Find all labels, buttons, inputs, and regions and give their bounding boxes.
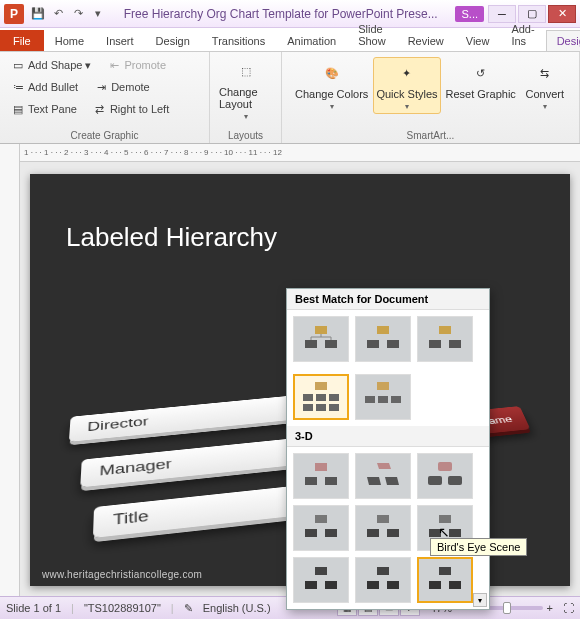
- app-icon: P: [4, 4, 24, 24]
- style-thumb[interactable]: [417, 453, 473, 499]
- vertical-ruler: [0, 144, 20, 596]
- zoom-in-button[interactable]: +: [547, 602, 553, 614]
- add-shape-icon: ▭: [11, 58, 25, 72]
- svg-rect-22: [325, 477, 337, 485]
- svg-rect-33: [367, 529, 379, 537]
- language-indicator[interactable]: English (U.S.): [203, 602, 271, 614]
- group-smartart-styles: 🎨Change Colors▾ ✦Quick Styles▾ ↺Reset Gr…: [282, 52, 580, 143]
- svg-rect-36: [429, 529, 441, 537]
- svg-rect-2: [325, 340, 337, 348]
- tab-insert[interactable]: Insert: [95, 30, 145, 51]
- slide-title-text[interactable]: Labeled Hierarchy: [66, 222, 277, 253]
- demote-button[interactable]: ⇥Demote: [89, 77, 155, 97]
- svg-rect-41: [377, 567, 389, 575]
- reset-graphic-button[interactable]: ↺Reset Graphic: [443, 57, 519, 114]
- tab-design[interactable]: Design: [145, 30, 201, 51]
- horizontal-ruler: 1 · · · 1 · · · 2 · · · 3 · · · 4 · · · …: [20, 144, 580, 162]
- style-thumb[interactable]: [293, 453, 349, 499]
- save-icon[interactable]: 💾: [30, 6, 46, 22]
- demote-icon: ⇥: [94, 80, 108, 94]
- svg-rect-20: [315, 463, 327, 471]
- group-label: Layouts: [228, 130, 263, 141]
- watermark: www.heritagechristiancollege.com: [42, 569, 202, 580]
- window-title: Free Hierarchy Org Chart Template for Po…: [106, 7, 455, 21]
- svg-rect-27: [428, 476, 442, 485]
- svg-rect-26: [438, 462, 452, 471]
- convert-icon: ⇆: [530, 60, 560, 86]
- reset-icon: ↺: [466, 60, 496, 86]
- user-badge[interactable]: S...: [455, 6, 484, 22]
- add-bullet-button[interactable]: ≔Add Bullet: [6, 77, 83, 97]
- style-thumb-hover[interactable]: [417, 557, 473, 603]
- svg-rect-40: [325, 581, 337, 589]
- tab-slideshow[interactable]: Slide Show: [347, 18, 397, 51]
- group-layouts: ⬚ Change Layout▾ Layouts: [210, 52, 282, 143]
- svg-rect-39: [305, 581, 317, 589]
- svg-rect-30: [305, 529, 317, 537]
- tab-addins[interactable]: Add-Ins: [500, 18, 545, 51]
- convert-button[interactable]: ⇆Convert▾: [521, 57, 569, 114]
- zoom-handle[interactable]: [503, 602, 511, 614]
- svg-rect-44: [439, 567, 451, 575]
- tab-file[interactable]: File: [0, 30, 44, 51]
- svg-rect-5: [387, 340, 399, 348]
- style-thumb[interactable]: [293, 505, 349, 551]
- tab-animation[interactable]: Animation: [276, 30, 347, 51]
- style-thumb[interactable]: [355, 316, 411, 362]
- colors-icon: 🎨: [317, 60, 347, 86]
- promote-button[interactable]: ⇤Promote: [102, 55, 171, 75]
- style-thumb[interactable]: [355, 557, 411, 603]
- svg-rect-37: [449, 529, 461, 537]
- svg-rect-21: [305, 477, 317, 485]
- gallery-scroll-down-icon[interactable]: ▾: [473, 593, 487, 607]
- tab-smartart-design[interactable]: Design: [546, 30, 580, 51]
- style-thumb[interactable]: [293, 557, 349, 603]
- svg-rect-6: [439, 326, 451, 334]
- spellcheck-icon[interactable]: ✎: [184, 602, 193, 615]
- svg-rect-32: [377, 515, 389, 523]
- change-layout-button[interactable]: ⬚ Change Layout▾: [216, 55, 275, 124]
- svg-rect-43: [387, 581, 399, 589]
- bullet-icon: ≔: [11, 80, 25, 94]
- style-thumb-selected[interactable]: [293, 374, 349, 420]
- style-thumb[interactable]: [355, 505, 411, 551]
- add-shape-button[interactable]: ▭Add Shape ▾: [6, 55, 96, 75]
- svg-rect-8: [449, 340, 461, 348]
- svg-rect-34: [387, 529, 399, 537]
- svg-marker-23: [377, 463, 391, 469]
- svg-rect-42: [367, 581, 379, 589]
- quick-access-toolbar: 💾 ↶ ↷ ▾: [30, 6, 106, 22]
- tab-view[interactable]: View: [455, 30, 501, 51]
- text-pane-button[interactable]: ▤Text Pane: [6, 99, 82, 119]
- tab-transitions[interactable]: Transitions: [201, 30, 276, 51]
- style-thumb[interactable]: [417, 316, 473, 362]
- gallery-section-header: Best Match for Document: [287, 289, 489, 310]
- svg-rect-3: [377, 326, 389, 334]
- style-thumb[interactable]: [355, 374, 411, 420]
- svg-marker-24: [367, 477, 381, 485]
- svg-rect-12: [329, 394, 339, 401]
- tab-review[interactable]: Review: [397, 30, 455, 51]
- svg-rect-7: [429, 340, 441, 348]
- group-create-graphic: ▭Add Shape ▾ ⇤Promote ≔Add Bullet ⇥Demot…: [0, 52, 210, 143]
- ribbon: ▭Add Shape ▾ ⇤Promote ≔Add Bullet ⇥Demot…: [0, 52, 580, 144]
- svg-rect-31: [325, 529, 337, 537]
- style-thumb[interactable]: [355, 453, 411, 499]
- rtl-button[interactable]: ⇄Right to Left: [88, 99, 174, 119]
- svg-rect-35: [439, 515, 451, 523]
- svg-rect-45: [429, 581, 441, 589]
- style-thumb[interactable]: [293, 316, 349, 362]
- gallery-section-header: 3-D: [287, 426, 489, 447]
- svg-rect-18: [378, 396, 388, 403]
- titlebar: P 💾 ↶ ↷ ▾ Free Hierarchy Org Chart Templ…: [0, 0, 580, 28]
- qat-more-icon[interactable]: ▾: [90, 6, 106, 22]
- undo-icon[interactable]: ↶: [50, 6, 66, 22]
- fit-to-window-button[interactable]: ⛶: [563, 602, 574, 614]
- quick-styles-button[interactable]: ✦Quick Styles▾: [373, 57, 440, 114]
- tab-home[interactable]: Home: [44, 30, 95, 51]
- close-button[interactable]: ✕: [548, 5, 576, 23]
- rtl-icon: ⇄: [93, 102, 107, 116]
- change-colors-button[interactable]: 🎨Change Colors▾: [292, 57, 371, 114]
- svg-rect-15: [329, 404, 339, 411]
- redo-icon[interactable]: ↷: [70, 6, 86, 22]
